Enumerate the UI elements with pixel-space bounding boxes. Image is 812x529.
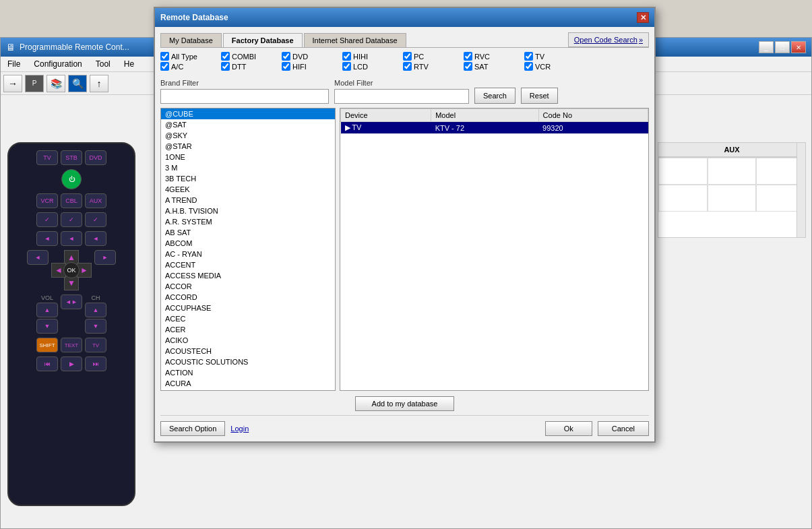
open-code-search-btn[interactable]: Open Code Search »: [568, 32, 649, 47]
toolbar-btn-up[interactable]: ↑: [90, 75, 108, 92]
toolbar-btn-2[interactable]: P: [25, 75, 44, 92]
checkbox-hihi-input[interactable]: [342, 52, 351, 61]
checkbox-combi-input[interactable]: [221, 52, 230, 61]
remote-ok-btn[interactable]: OK: [63, 262, 80, 278]
toolbar-btn-3[interactable]: 📚: [46, 75, 65, 92]
brand-item-3btech[interactable]: 3B TECH: [161, 173, 335, 184]
remote-tv2-btn[interactable]: TV: [85, 338, 106, 352]
login-button[interactable]: Login: [230, 425, 249, 433]
checkbox-hifi-input[interactable]: [282, 62, 290, 71]
add-to-database-button[interactable]: Add to my database: [355, 396, 455, 411]
ok-button[interactable]: Ok: [545, 421, 592, 436]
remote-mute[interactable]: ◄►: [61, 294, 82, 309]
remote-stb-btn[interactable]: STB: [61, 150, 82, 165]
brand-item-atrend[interactable]: A TREND: [161, 195, 335, 206]
remote-shift-btn[interactable]: SHIFT: [36, 338, 58, 352]
brand-item-3m[interactable]: 3 M: [161, 162, 335, 173]
brand-item-star[interactable]: @STAR: [161, 141, 335, 152]
remote-left-arrow[interactable]: ◄: [27, 250, 49, 265]
tab-my-database[interactable]: My Database: [160, 33, 222, 47]
reset-button[interactable]: Reset: [521, 88, 558, 104]
menu-configuration[interactable]: Configuration: [30, 58, 86, 70]
brand-list[interactable]: @CUBE @SAT @SKY @STAR 1ONE 3 M 3B TECH 4…: [161, 108, 335, 390]
brand-item-accord[interactable]: ACCORD: [161, 292, 335, 303]
remote-cbl-btn[interactable]: CBL: [61, 193, 82, 208]
remote-aux-btn[interactable]: AUX: [85, 193, 106, 208]
remote-vol-up[interactable]: ▲: [36, 303, 58, 317]
checkbox-pc-input[interactable]: [403, 52, 412, 61]
remote-arrow1[interactable]: ◄: [36, 231, 58, 246]
remote-arrow3[interactable]: ◄: [85, 231, 106, 246]
remote-media1[interactable]: ⏮: [36, 356, 58, 371]
remote-ch-down[interactable]: ▼: [85, 319, 106, 334]
checkbox-ac-input[interactable]: [160, 62, 169, 71]
brand-item-arsystem[interactable]: A.R. SYSTEM: [161, 216, 335, 227]
remote-check2[interactable]: ✓: [61, 212, 82, 227]
model-filter-input[interactable]: [334, 89, 469, 104]
checkbox-rvc-input[interactable]: [464, 52, 472, 61]
tab-internet-shared[interactable]: Internet Shared Database: [304, 33, 406, 47]
remote-vcr-btn[interactable]: VCR: [36, 193, 58, 208]
checkbox-tv-input[interactable]: [524, 52, 533, 61]
brand-item-acoustech[interactable]: ACOUSTECH: [161, 346, 335, 356]
remote-vol-down[interactable]: ▼: [36, 319, 58, 334]
brand-item-accessmedia[interactable]: ACCESS MEDIA: [161, 270, 335, 281]
brand-item-1one[interactable]: 1ONE: [161, 152, 335, 162]
remote-text-btn[interactable]: TEXT: [61, 338, 82, 352]
remote-ch-up[interactable]: ▲: [85, 303, 106, 317]
menu-help[interactable]: He: [120, 58, 138, 70]
checkbox-vcr-input[interactable]: [524, 62, 533, 71]
brand-item-action[interactable]: ACTION: [161, 367, 335, 378]
checkbox-sat-input[interactable]: [464, 62, 472, 71]
col-device: Device: [341, 109, 431, 122]
checkbox-dtt-input[interactable]: [221, 62, 230, 71]
brand-item-acer[interactable]: ACER: [161, 324, 335, 335]
brand-item-acryan[interactable]: AC - RYAN: [161, 249, 335, 259]
checkbox-dvd-input[interactable]: [282, 52, 290, 61]
brand-item-sat[interactable]: @SAT: [161, 119, 335, 130]
remote-media2[interactable]: ▶: [61, 356, 82, 371]
remote-media3[interactable]: ⏭: [85, 356, 106, 371]
brand-item-abcom[interactable]: ABCOM: [161, 238, 335, 249]
row-code: 99320: [538, 122, 648, 134]
remote-dvd-btn[interactable]: DVD: [85, 150, 106, 165]
brand-item-cube[interactable]: @CUBE: [161, 108, 335, 119]
brand-item-sky[interactable]: @SKY: [161, 130, 335, 141]
checkbox-rtv-input[interactable]: [403, 62, 412, 71]
aux-scrollbar[interactable]: [797, 142, 806, 238]
bg-close-button[interactable]: ✕: [791, 41, 806, 53]
brand-item-acura[interactable]: ACURA: [161, 378, 335, 389]
brand-item-4geek[interactable]: 4GEEK: [161, 184, 335, 195]
brand-item-accuphase[interactable]: ACCUPHASE: [161, 303, 335, 313]
remote-tv-btn[interactable]: TV: [36, 150, 58, 165]
bg-minimize-button[interactable]: _: [759, 41, 774, 53]
brand-item-accent[interactable]: ACCENT: [161, 259, 335, 270]
remote-power-btn[interactable]: ⏻: [61, 169, 82, 189]
brand-item-acousticsolutions[interactable]: ACOUSTIC SOLUTIONS: [161, 356, 335, 367]
search-button[interactable]: Search: [474, 88, 516, 104]
cancel-button[interactable]: Cancel: [598, 421, 649, 436]
menu-tool[interactable]: Tool: [92, 58, 115, 70]
brand-item-adb[interactable]: ADB: [161, 389, 335, 390]
brand-item-accor[interactable]: ACCOR: [161, 281, 335, 292]
toolbar-btn-search[interactable]: 🔍: [68, 75, 87, 92]
remote-right-arrow[interactable]: ►: [94, 250, 116, 265]
bg-maximize-button[interactable]: □: [775, 41, 790, 53]
table-row[interactable]: ▶ TV KTV - 72 99320: [341, 122, 648, 134]
remote-arrow2[interactable]: ◄: [61, 231, 82, 246]
menu-file[interactable]: File: [3, 58, 24, 70]
checkbox-lcd-input[interactable]: [342, 62, 351, 71]
search-option-button[interactable]: Search Option: [160, 421, 225, 436]
tab-factory-database[interactable]: Factory Database: [223, 33, 303, 47]
add-btn-row: Add to my database: [160, 396, 649, 411]
brand-filter-input[interactable]: [160, 89, 329, 104]
remote-check1[interactable]: ✓: [36, 212, 58, 227]
toolbar-btn-1[interactable]: →: [3, 75, 22, 92]
brand-item-ahbtvision[interactable]: A.H.B. TVISION: [161, 206, 335, 216]
remote-check3[interactable]: ✓: [85, 212, 106, 227]
modal-close-button[interactable]: ✕: [637, 12, 649, 23]
brand-item-absat[interactable]: AB SAT: [161, 227, 335, 238]
brand-item-acec[interactable]: ACEC: [161, 313, 335, 324]
checkbox-all-type-input[interactable]: [160, 52, 169, 61]
brand-item-aciko[interactable]: ACIKO: [161, 335, 335, 346]
